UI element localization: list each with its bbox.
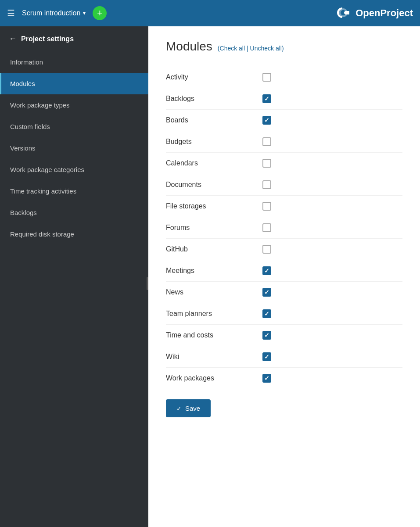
module-name: Budgets [166, 138, 254, 146]
module-row: Backlogs [166, 88, 402, 110]
module-row: Budgets [166, 131, 402, 153]
sidebar-item-custom-fields[interactable]: Custom fields [0, 116, 148, 137]
module-checkbox[interactable] [262, 374, 271, 383]
sidebar-item-time-tracking-activities[interactable]: Time tracking activities [0, 180, 148, 202]
modules-list: ActivityBacklogsBoardsBudgetsCalendarsDo… [166, 67, 402, 389]
content-area: Modules (Check all | Uncheck all) Activi… [148, 26, 420, 527]
module-checkbox[interactable] [262, 73, 271, 82]
sidebar-item-label: Information [10, 58, 43, 66]
separator: | [247, 45, 248, 52]
chevron-down-icon: ▾ [83, 10, 86, 16]
resize-handle[interactable] [147, 277, 148, 290]
module-row: Activity [166, 67, 402, 88]
sidebar-item-label: Time tracking activities [10, 187, 76, 195]
module-name: Documents [166, 181, 254, 189]
hamburger-icon[interactable]: ☰ [7, 8, 15, 18]
back-to-project-settings[interactable]: ← Project settings [0, 26, 148, 51]
module-checkbox[interactable] [262, 266, 271, 275]
module-row: Work packages [166, 368, 402, 389]
module-name: GitHub [166, 245, 254, 253]
module-name: Activity [166, 73, 254, 81]
module-checkbox[interactable] [262, 331, 271, 340]
module-name: News [166, 288, 254, 296]
module-row: GitHub [166, 239, 402, 260]
module-checkbox[interactable] [262, 137, 271, 146]
sidebar-item-label: Work package types [10, 101, 70, 109]
sidebar-item-work-package-categories[interactable]: Work package categories [0, 159, 148, 180]
back-arrow-icon: ← [9, 34, 17, 43]
sidebar-item-backlogs[interactable]: Backlogs [0, 202, 148, 223]
module-checkbox[interactable] [262, 245, 271, 254]
module-name: Team planners [166, 310, 254, 318]
check-links: (Check all | Uncheck all) [218, 45, 284, 52]
module-name: Wiki [166, 353, 254, 361]
sidebar-item-label: Modules [10, 80, 35, 87]
module-row: Time and costs [166, 325, 402, 346]
module-row: Team planners [166, 303, 402, 325]
save-label: Save [185, 405, 200, 412]
project-settings-label: Project settings [21, 35, 74, 43]
sidebar-item-label: Backlogs [10, 209, 37, 216]
sidebar-item-label: Work package categories [10, 166, 84, 173]
sidebar: ← Project settings Information Modules W… [0, 26, 148, 527]
sidebar-item-information[interactable]: Information [0, 51, 148, 73]
module-row: Meetings [166, 260, 402, 282]
module-checkbox[interactable] [262, 159, 271, 168]
add-button[interactable]: + [93, 6, 107, 20]
module-checkbox[interactable] [262, 116, 271, 125]
module-checkbox[interactable] [262, 288, 271, 297]
sidebar-item-versions[interactable]: Versions [0, 137, 148, 159]
navbar: ☰ Scrum introduction ▾ + OpenProject [0, 0, 420, 26]
module-checkbox[interactable] [262, 202, 271, 211]
sidebar-item-label: Custom fields [10, 123, 50, 130]
module-checkbox[interactable] [262, 223, 271, 232]
module-name: Work packages [166, 374, 254, 382]
sidebar-item-label: Required disk storage [10, 230, 74, 238]
save-check-icon: ✓ [176, 405, 182, 412]
module-checkbox[interactable] [262, 352, 271, 361]
sidebar-item-work-package-types[interactable]: Work package types [0, 94, 148, 116]
openproject-logo-icon [335, 7, 351, 19]
module-name: Forums [166, 224, 254, 232]
module-row: Documents [166, 174, 402, 196]
sidebar-item-required-disk-storage[interactable]: Required disk storage [0, 223, 148, 245]
module-row: Forums [166, 217, 402, 239]
sidebar-item-label: Versions [10, 144, 36, 152]
module-name: Time and costs [166, 331, 254, 339]
check-all-link[interactable]: Check all [220, 45, 245, 52]
main-layout: ← Project settings Information Modules W… [0, 26, 420, 527]
module-checkbox[interactable] [262, 94, 271, 103]
page-title: Modules [166, 39, 212, 54]
sidebar-item-modules[interactable]: Modules [0, 73, 148, 94]
page-title-row: Modules (Check all | Uncheck all) [166, 39, 402, 54]
project-selector[interactable]: Scrum introduction ▾ [22, 9, 86, 17]
module-name: Calendars [166, 159, 254, 167]
module-row: File storages [166, 196, 402, 217]
module-row: Calendars [166, 153, 402, 174]
save-button[interactable]: ✓ Save [166, 399, 211, 417]
module-row: Wiki [166, 346, 402, 368]
module-checkbox[interactable] [262, 180, 271, 189]
module-row: News [166, 282, 402, 303]
brand: OpenProject [335, 7, 413, 19]
module-name: Backlogs [166, 95, 254, 103]
module-name: Boards [166, 116, 254, 124]
project-name: Scrum introduction [22, 9, 80, 17]
module-name: File storages [166, 202, 254, 210]
uncheck-all-link[interactable]: Uncheck all [250, 45, 282, 52]
module-row: Boards [166, 110, 402, 131]
brand-name: OpenProject [355, 7, 413, 19]
module-checkbox[interactable] [262, 309, 271, 318]
module-name: Meetings [166, 267, 254, 275]
